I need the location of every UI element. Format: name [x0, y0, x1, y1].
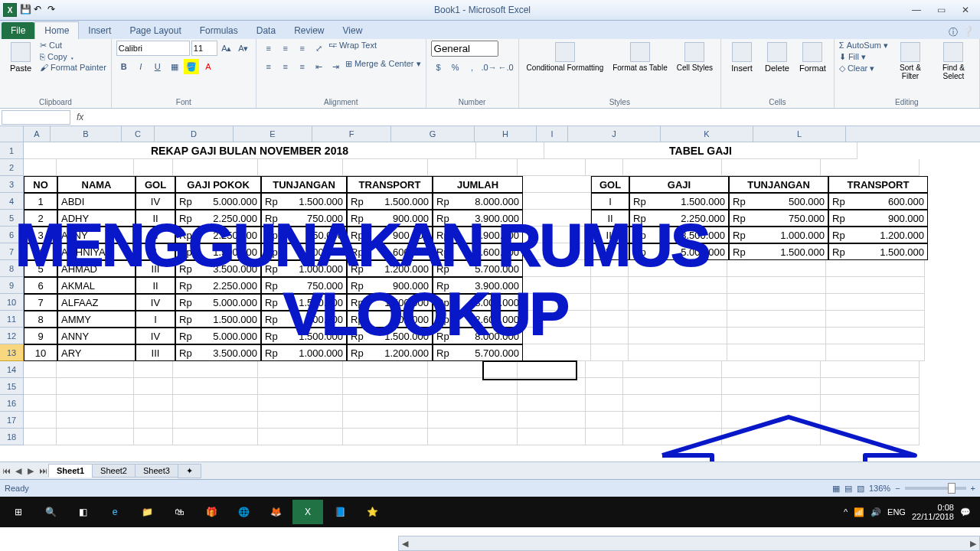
- col-header-J[interactable]: J: [568, 126, 661, 142]
- row-header[interactable]: 14: [0, 361, 24, 378]
- explorer-icon[interactable]: 📁: [132, 500, 162, 524]
- cell[interactable]: Rp3.500.000: [175, 344, 261, 361]
- col-header-F[interactable]: F: [312, 126, 391, 142]
- view-normal-icon[interactable]: ▦: [832, 484, 840, 494]
- cell[interactable]: 2: [24, 210, 57, 227]
- cell[interactable]: [821, 159, 920, 176]
- row-header[interactable]: 6: [0, 227, 24, 243]
- app-icon-1[interactable]: 🎁: [196, 500, 227, 524]
- undo-icon[interactable]: ↶: [34, 4, 46, 16]
- col-header-L[interactable]: L: [753, 126, 846, 142]
- col-header-H[interactable]: H: [475, 126, 537, 142]
- cell[interactable]: [623, 159, 722, 176]
- cell[interactable]: Rp3.500.000: [629, 227, 729, 243]
- cell[interactable]: [623, 361, 722, 378]
- cell[interactable]: [343, 159, 428, 176]
- cell[interactable]: [258, 159, 343, 176]
- row-header[interactable]: 10: [0, 294, 24, 311]
- col-header-A[interactable]: A: [24, 126, 51, 142]
- excel-taskbar-icon[interactable]: X: [292, 500, 323, 524]
- cell[interactable]: [518, 395, 586, 412]
- save-icon[interactable]: 💾: [20, 4, 32, 16]
- cell[interactable]: [722, 412, 821, 429]
- formula-input[interactable]: [88, 110, 980, 125]
- cell[interactable]: ALFAAZ: [57, 294, 136, 311]
- sheet-tab-1[interactable]: Sheet1: [48, 464, 93, 478]
- cell[interactable]: [591, 311, 629, 328]
- cell[interactable]: [258, 429, 343, 445]
- tray-language[interactable]: ENG: [887, 507, 906, 517]
- cell[interactable]: [629, 260, 727, 277]
- cell[interactable]: 3: [24, 227, 57, 243]
- cell[interactable]: [586, 412, 623, 429]
- cell[interactable]: [591, 277, 629, 294]
- cell[interactable]: ARY: [57, 344, 136, 361]
- cell[interactable]: [727, 294, 826, 311]
- row-header[interactable]: 8: [0, 260, 24, 277]
- sheet-tab-2[interactable]: Sheet2: [92, 464, 136, 478]
- column-headers[interactable]: ABCDEFGHIJKL: [0, 126, 980, 142]
- cell[interactable]: GOL: [136, 176, 175, 193]
- cell[interactable]: [428, 412, 518, 429]
- cell[interactable]: [727, 311, 826, 328]
- zoom-slider[interactable]: [905, 487, 966, 490]
- font-size-input[interactable]: [191, 41, 217, 56]
- cell[interactable]: AKMAL: [57, 277, 136, 294]
- cell[interactable]: [134, 361, 173, 378]
- cell[interactable]: TRANSPORT: [347, 176, 433, 193]
- cell[interactable]: Rp1.200.000: [347, 260, 433, 277]
- cell[interactable]: [518, 159, 586, 176]
- cell[interactable]: Rp8.000.000: [433, 294, 523, 311]
- cell[interactable]: [591, 344, 629, 361]
- cell[interactable]: [623, 378, 722, 395]
- paste-button[interactable]: Paste: [5, 41, 37, 74]
- cell[interactable]: Rp750.000: [729, 210, 828, 227]
- cell[interactable]: GOL: [591, 176, 629, 193]
- sheet-tab-new[interactable]: ✦: [178, 464, 201, 478]
- format-cells-button[interactable]: Format: [796, 41, 829, 74]
- cell[interactable]: [523, 176, 591, 193]
- view-pagebreak-icon[interactable]: ▧: [857, 484, 864, 494]
- dec-decimal-button[interactable]: ←.0: [498, 60, 514, 75]
- shrink-font-button[interactable]: A▾: [236, 41, 251, 56]
- cell[interactable]: [57, 429, 134, 445]
- cell[interactable]: [722, 395, 821, 412]
- cell[interactable]: Rp5.700.000: [433, 344, 523, 361]
- cell[interactable]: [821, 361, 920, 378]
- cell[interactable]: [24, 395, 57, 412]
- cell[interactable]: Rp2.250.000: [175, 277, 261, 294]
- number-format-select[interactable]: [431, 41, 498, 57]
- cell[interactable]: 4: [24, 243, 57, 260]
- row-header[interactable]: 3: [0, 176, 24, 193]
- cell[interactable]: 5: [24, 260, 57, 277]
- cell[interactable]: 6: [24, 277, 57, 294]
- close-button[interactable]: ✕: [954, 5, 977, 15]
- cell[interactable]: [173, 395, 258, 412]
- cell[interactable]: Rp900.000: [828, 210, 928, 227]
- row-header[interactable]: 7: [0, 243, 24, 260]
- cell[interactable]: [57, 412, 134, 429]
- chrome-icon[interactable]: 🌐: [228, 500, 259, 524]
- cell[interactable]: [523, 344, 591, 361]
- cell[interactable]: Rp1.500.000: [347, 294, 433, 311]
- cell[interactable]: [343, 429, 428, 445]
- name-box[interactable]: [2, 110, 70, 125]
- cell[interactable]: [57, 378, 134, 395]
- app-icon-2[interactable]: 📘: [325, 500, 355, 524]
- cell[interactable]: Rp1.500.000: [261, 294, 347, 311]
- conditional-formatting-button[interactable]: Conditional Formatting: [524, 41, 607, 73]
- cell[interactable]: [821, 395, 920, 412]
- tab-page-layout[interactable]: Page Layout: [120, 22, 190, 39]
- comma-button[interactable]: ,: [465, 60, 480, 75]
- cell[interactable]: Rp2.250.000: [175, 210, 261, 227]
- cell[interactable]: [343, 395, 428, 412]
- percent-button[interactable]: %: [448, 60, 463, 75]
- zoom-level[interactable]: 136%: [869, 484, 890, 493]
- tray-chevron-icon[interactable]: ^: [844, 507, 848, 517]
- cell[interactable]: ANNY: [57, 328, 136, 344]
- fill-button[interactable]: ⬇ Fill ▾: [839, 52, 888, 62]
- find-select-button[interactable]: Find & Select: [933, 41, 975, 82]
- cell[interactable]: [623, 429, 722, 445]
- tab-formulas[interactable]: Formulas: [191, 22, 247, 39]
- bold-button[interactable]: B: [116, 59, 132, 74]
